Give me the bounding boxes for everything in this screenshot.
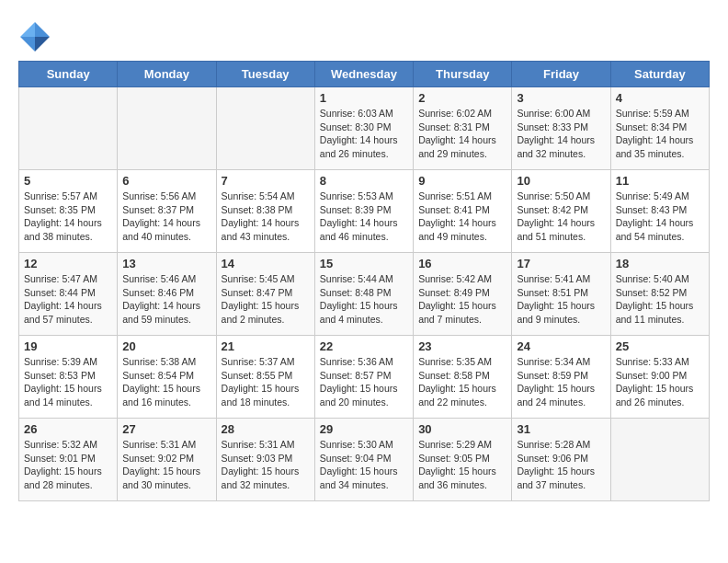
calendar-cell: 30Sunrise: 5:29 AM Sunset: 9:05 PM Dayli… bbox=[414, 419, 512, 501]
day-info: Sunrise: 5:33 AM Sunset: 9:00 PM Dayligh… bbox=[616, 355, 704, 409]
calendar-cell: 18Sunrise: 5:40 AM Sunset: 8:52 PM Dayli… bbox=[610, 253, 709, 336]
day-info: Sunrise: 5:47 AM Sunset: 8:44 PM Dayligh… bbox=[24, 272, 112, 327]
calendar-cell: 26Sunrise: 5:32 AM Sunset: 9:01 PM Dayli… bbox=[19, 419, 118, 501]
day-info: Sunrise: 5:32 AM Sunset: 9:01 PM Dayligh… bbox=[24, 438, 112, 492]
day-info: Sunrise: 6:03 AM Sunset: 8:30 PM Dayligh… bbox=[320, 107, 408, 161]
calendar-cell: 22Sunrise: 5:36 AM Sunset: 8:57 PM Dayli… bbox=[314, 336, 413, 419]
day-number: 4 bbox=[616, 91, 704, 105]
day-number: 10 bbox=[517, 174, 605, 188]
weekday-header-sunday: Sunday bbox=[19, 62, 118, 87]
svg-marker-0 bbox=[35, 22, 50, 37]
calendar-cell: 20Sunrise: 5:38 AM Sunset: 8:54 PM Dayli… bbox=[118, 336, 216, 419]
calendar-body: 1Sunrise: 6:03 AM Sunset: 8:30 PM Daylig… bbox=[19, 87, 710, 501]
day-number: 6 bbox=[122, 174, 210, 188]
calendar-week-2: 12Sunrise: 5:47 AM Sunset: 8:44 PM Dayli… bbox=[19, 253, 710, 336]
calendar-cell bbox=[118, 87, 216, 170]
day-number: 2 bbox=[418, 91, 506, 105]
day-number: 18 bbox=[616, 257, 704, 270]
day-number: 22 bbox=[320, 339, 408, 353]
weekday-header-saturday: Saturday bbox=[610, 62, 709, 87]
weekday-header-thursday: Thursday bbox=[414, 62, 512, 87]
day-info: Sunrise: 5:53 AM Sunset: 8:39 PM Dayligh… bbox=[320, 190, 408, 244]
day-number: 27 bbox=[122, 422, 210, 436]
calendar-cell: 7Sunrise: 5:54 AM Sunset: 8:38 PM Daylig… bbox=[216, 170, 314, 253]
calendar-cell: 5Sunrise: 5:57 AM Sunset: 8:35 PM Daylig… bbox=[19, 170, 118, 253]
day-info: Sunrise: 6:02 AM Sunset: 8:31 PM Dayligh… bbox=[418, 107, 506, 161]
day-info: Sunrise: 5:41 AM Sunset: 8:51 PM Dayligh… bbox=[517, 272, 605, 327]
day-info: Sunrise: 5:46 AM Sunset: 8:46 PM Dayligh… bbox=[122, 272, 210, 327]
day-number: 15 bbox=[320, 257, 408, 270]
day-info: Sunrise: 5:45 AM Sunset: 8:47 PM Dayligh… bbox=[222, 272, 310, 327]
calendar-cell: 23Sunrise: 5:35 AM Sunset: 8:58 PM Dayli… bbox=[414, 336, 512, 419]
svg-marker-2 bbox=[20, 22, 35, 37]
logo-icon bbox=[18, 18, 51, 52]
calendar-cell: 19Sunrise: 5:39 AM Sunset: 8:53 PM Dayli… bbox=[19, 336, 118, 419]
day-number: 1 bbox=[320, 91, 408, 105]
calendar-cell: 15Sunrise: 5:44 AM Sunset: 8:48 PM Dayli… bbox=[314, 253, 413, 336]
calendar-cell: 9Sunrise: 5:51 AM Sunset: 8:41 PM Daylig… bbox=[414, 170, 512, 253]
svg-marker-3 bbox=[20, 37, 35, 52]
weekday-header-friday: Friday bbox=[512, 62, 610, 87]
calendar-cell bbox=[216, 87, 314, 170]
day-info: Sunrise: 5:34 AM Sunset: 8:59 PM Dayligh… bbox=[517, 355, 605, 409]
calendar-cell: 10Sunrise: 5:50 AM Sunset: 8:42 PM Dayli… bbox=[512, 170, 610, 253]
day-number: 17 bbox=[517, 257, 605, 270]
calendar-cell bbox=[19, 87, 118, 170]
calendar-cell: 8Sunrise: 5:53 AM Sunset: 8:39 PM Daylig… bbox=[314, 170, 413, 253]
day-info: Sunrise: 5:54 AM Sunset: 8:38 PM Dayligh… bbox=[222, 190, 310, 244]
calendar-header: SundayMondayTuesdayWednesdayThursdayFrid… bbox=[19, 62, 710, 87]
day-number: 26 bbox=[24, 422, 112, 436]
day-number: 8 bbox=[320, 174, 408, 188]
calendar-cell: 21Sunrise: 5:37 AM Sunset: 8:55 PM Dayli… bbox=[216, 336, 314, 419]
day-info: Sunrise: 5:50 AM Sunset: 8:42 PM Dayligh… bbox=[517, 190, 605, 244]
svg-marker-1 bbox=[35, 37, 50, 52]
day-number: 12 bbox=[24, 257, 112, 270]
calendar-cell: 4Sunrise: 5:59 AM Sunset: 8:34 PM Daylig… bbox=[610, 87, 709, 170]
day-info: Sunrise: 5:31 AM Sunset: 9:03 PM Dayligh… bbox=[222, 438, 310, 492]
day-number: 31 bbox=[517, 422, 605, 436]
calendar-cell: 2Sunrise: 6:02 AM Sunset: 8:31 PM Daylig… bbox=[414, 87, 512, 170]
day-number: 7 bbox=[222, 174, 310, 188]
day-info: Sunrise: 5:28 AM Sunset: 9:06 PM Dayligh… bbox=[517, 438, 605, 492]
calendar-cell bbox=[610, 419, 709, 501]
day-number: 25 bbox=[616, 339, 704, 353]
day-number: 16 bbox=[418, 257, 506, 270]
day-info: Sunrise: 5:35 AM Sunset: 8:58 PM Dayligh… bbox=[418, 355, 506, 409]
day-number: 14 bbox=[222, 257, 310, 270]
day-info: Sunrise: 5:59 AM Sunset: 8:34 PM Dayligh… bbox=[616, 107, 704, 161]
calendar-week-0: 1Sunrise: 6:03 AM Sunset: 8:30 PM Daylig… bbox=[19, 87, 710, 170]
calendar-cell: 12Sunrise: 5:47 AM Sunset: 8:44 PM Dayli… bbox=[19, 253, 118, 336]
calendar-cell: 31Sunrise: 5:28 AM Sunset: 9:06 PM Dayli… bbox=[512, 419, 610, 501]
day-number: 13 bbox=[122, 257, 210, 270]
calendar-cell: 24Sunrise: 5:34 AM Sunset: 8:59 PM Dayli… bbox=[512, 336, 610, 419]
day-number: 21 bbox=[222, 339, 310, 353]
logo bbox=[18, 18, 55, 52]
day-info: Sunrise: 5:38 AM Sunset: 8:54 PM Dayligh… bbox=[122, 355, 210, 409]
calendar-week-4: 26Sunrise: 5:32 AM Sunset: 9:01 PM Dayli… bbox=[19, 419, 710, 501]
calendar-week-1: 5Sunrise: 5:57 AM Sunset: 8:35 PM Daylig… bbox=[19, 170, 710, 253]
calendar-week-3: 19Sunrise: 5:39 AM Sunset: 8:53 PM Dayli… bbox=[19, 336, 710, 419]
day-info: Sunrise: 5:39 AM Sunset: 8:53 PM Dayligh… bbox=[24, 355, 112, 409]
calendar-cell: 29Sunrise: 5:30 AM Sunset: 9:04 PM Dayli… bbox=[314, 419, 413, 501]
day-info: Sunrise: 5:40 AM Sunset: 8:52 PM Dayligh… bbox=[616, 272, 704, 327]
weekday-header-row: SundayMondayTuesdayWednesdayThursdayFrid… bbox=[19, 62, 710, 87]
day-info: Sunrise: 5:31 AM Sunset: 9:02 PM Dayligh… bbox=[122, 438, 210, 492]
calendar-cell: 1Sunrise: 6:03 AM Sunset: 8:30 PM Daylig… bbox=[314, 87, 413, 170]
day-info: Sunrise: 5:51 AM Sunset: 8:41 PM Dayligh… bbox=[418, 190, 506, 244]
day-info: Sunrise: 5:49 AM Sunset: 8:43 PM Dayligh… bbox=[616, 190, 704, 244]
day-number: 9 bbox=[418, 174, 506, 188]
calendar-cell: 3Sunrise: 6:00 AM Sunset: 8:33 PM Daylig… bbox=[512, 87, 610, 170]
day-info: Sunrise: 6:00 AM Sunset: 8:33 PM Dayligh… bbox=[517, 107, 605, 161]
calendar-cell: 16Sunrise: 5:42 AM Sunset: 8:49 PM Dayli… bbox=[414, 253, 512, 336]
day-info: Sunrise: 5:29 AM Sunset: 9:05 PM Dayligh… bbox=[418, 438, 506, 492]
day-info: Sunrise: 5:44 AM Sunset: 8:48 PM Dayligh… bbox=[320, 272, 408, 327]
day-number: 28 bbox=[222, 422, 310, 436]
day-number: 3 bbox=[517, 91, 605, 105]
weekday-header-tuesday: Tuesday bbox=[216, 62, 314, 87]
calendar-cell: 14Sunrise: 5:45 AM Sunset: 8:47 PM Dayli… bbox=[216, 253, 314, 336]
day-info: Sunrise: 5:56 AM Sunset: 8:37 PM Dayligh… bbox=[122, 190, 210, 244]
calendar-cell: 13Sunrise: 5:46 AM Sunset: 8:46 PM Dayli… bbox=[118, 253, 216, 336]
day-info: Sunrise: 5:30 AM Sunset: 9:04 PM Dayligh… bbox=[320, 438, 408, 492]
page-header bbox=[18, 18, 710, 52]
day-number: 11 bbox=[616, 174, 704, 188]
